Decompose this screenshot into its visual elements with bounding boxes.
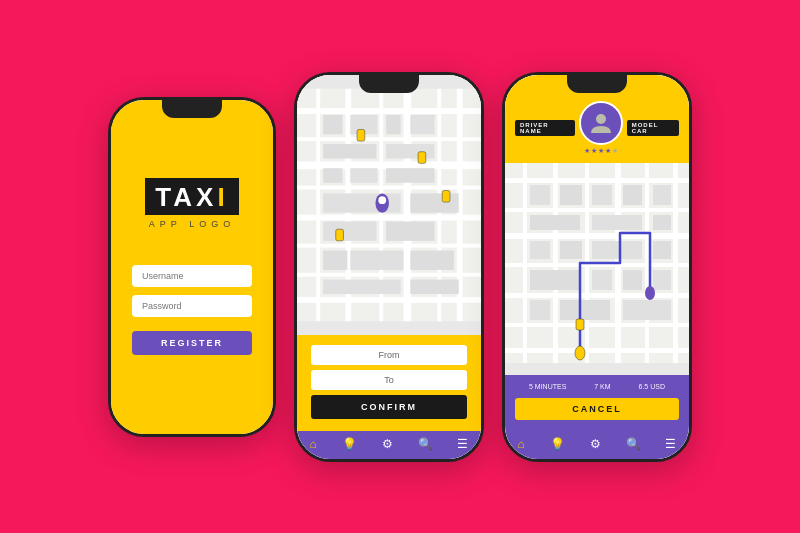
- svg-rect-68: [623, 270, 642, 290]
- map-screen: From To CONFIRM ⌂ 💡 ⚙ 🔍 ☰: [297, 75, 481, 459]
- svg-rect-27: [386, 221, 434, 240]
- driver-header: DRIVER NAME ★ ★ ★ ★ ★: [505, 75, 689, 163]
- svg-point-34: [378, 196, 386, 204]
- star-2: ★: [591, 147, 597, 155]
- svg-rect-64: [592, 241, 642, 259]
- svg-rect-20: [386, 143, 434, 158]
- svg-rect-46: [505, 323, 689, 327]
- trip-time: 5 MINUTES: [529, 383, 566, 390]
- nav-gear-icon[interactable]: ⚙: [382, 437, 393, 451]
- svg-point-39: [596, 114, 606, 124]
- phone-map: From To CONFIRM ⌂ 💡 ⚙ 🔍 ☰: [294, 72, 484, 462]
- svg-rect-35: [357, 129, 365, 141]
- svg-rect-61: [653, 215, 671, 230]
- driver-avatar: [579, 101, 623, 145]
- svg-rect-31: [323, 279, 400, 294]
- nav-home-icon[interactable]: ⌂: [309, 437, 316, 451]
- model-car-label: MODEL CAR: [627, 120, 679, 136]
- star-3: ★: [598, 147, 604, 155]
- star-1: ★: [584, 147, 590, 155]
- svg-rect-70: [530, 300, 550, 320]
- nav-menu-icon-3[interactable]: ☰: [665, 437, 676, 451]
- star-5: ★: [612, 147, 618, 155]
- trip-cost: 6.5 USD: [639, 383, 665, 390]
- nav-bulb-icon-3[interactable]: 💡: [550, 437, 565, 451]
- svg-rect-55: [560, 185, 582, 205]
- driver-name-label: DRIVER NAME: [515, 120, 575, 136]
- svg-rect-45: [505, 293, 689, 298]
- from-input[interactable]: From: [311, 345, 467, 365]
- svg-rect-75: [576, 319, 584, 330]
- svg-rect-12: [404, 88, 412, 320]
- svg-rect-63: [560, 241, 582, 259]
- svg-rect-56: [592, 185, 612, 205]
- map-area: [297, 75, 481, 335]
- hamburger-icon[interactable]: [108, 124, 259, 437]
- nav-search-icon[interactable]: 🔍: [418, 437, 433, 451]
- svg-rect-17: [386, 114, 401, 133]
- svg-rect-59: [530, 215, 580, 230]
- svg-rect-28: [323, 250, 347, 269]
- svg-rect-29: [350, 250, 403, 269]
- svg-rect-4: [297, 185, 481, 189]
- svg-rect-5: [297, 214, 481, 220]
- nav-gear-icon-3[interactable]: ⚙: [590, 437, 601, 451]
- svg-rect-65: [653, 241, 671, 259]
- svg-rect-6: [297, 243, 481, 247]
- svg-rect-1: [297, 108, 481, 114]
- svg-rect-37: [336, 229, 344, 241]
- svg-rect-66: [530, 270, 580, 290]
- phone-login: TAXI APP LOGO REGISTER: [108, 97, 276, 437]
- svg-rect-67: [592, 270, 612, 290]
- bottom-nav-bar: ⌂ 💡 ⚙ 🔍 ☰: [297, 431, 481, 459]
- svg-rect-23: [386, 168, 434, 183]
- svg-rect-8: [297, 297, 481, 303]
- svg-rect-30: [410, 250, 454, 269]
- to-input[interactable]: To: [311, 370, 467, 390]
- phone-driver: DRIVER NAME ★ ★ ★ ★ ★: [502, 72, 692, 462]
- svg-rect-69: [653, 270, 671, 290]
- svg-rect-36: [418, 151, 426, 163]
- trip-stats: 5 MINUTES 7 KM 6.5 USD: [515, 383, 679, 390]
- nav-home-icon-3[interactable]: ⌂: [517, 437, 524, 451]
- svg-rect-48: [523, 163, 527, 363]
- phones-container: TAXI APP LOGO REGISTER: [108, 72, 692, 462]
- svg-rect-22: [350, 168, 377, 183]
- bottom-nav-bar-3: ⌂ 💡 ⚙ 🔍 ☰: [505, 431, 689, 459]
- svg-rect-7: [297, 272, 481, 276]
- svg-rect-53: [673, 163, 678, 363]
- svg-rect-57: [623, 185, 642, 205]
- star-4: ★: [605, 147, 611, 155]
- svg-rect-3: [297, 161, 481, 169]
- driver-avatar-col: ★ ★ ★ ★ ★: [579, 101, 623, 155]
- nav-bulb-icon[interactable]: 💡: [342, 437, 357, 451]
- svg-point-73: [575, 346, 585, 360]
- stars-row: ★ ★ ★ ★ ★: [584, 147, 618, 155]
- svg-rect-15: [323, 114, 342, 133]
- svg-point-74: [645, 286, 655, 300]
- svg-rect-2: [297, 137, 481, 141]
- trip-info-panel: 5 MINUTES 7 KM 6.5 USD CANCEL: [505, 375, 689, 431]
- svg-rect-71: [560, 300, 610, 320]
- svg-rect-32: [410, 279, 458, 294]
- svg-rect-62: [530, 241, 550, 259]
- svg-rect-42: [505, 208, 689, 212]
- svg-rect-9: [316, 88, 320, 320]
- svg-rect-41: [505, 178, 689, 183]
- route-map: [505, 163, 689, 375]
- svg-rect-52: [645, 163, 649, 363]
- confirm-button[interactable]: CONFIRM: [311, 395, 467, 419]
- nav-search-icon-3[interactable]: 🔍: [626, 437, 641, 451]
- svg-rect-38: [442, 190, 450, 202]
- svg-rect-58: [653, 185, 671, 205]
- svg-rect-43: [505, 233, 689, 239]
- nav-menu-icon[interactable]: ☰: [457, 437, 468, 451]
- booking-panel: From To CONFIRM: [297, 335, 481, 431]
- svg-rect-47: [505, 348, 689, 353]
- driver-screen: DRIVER NAME ★ ★ ★ ★ ★: [505, 75, 689, 459]
- cancel-button[interactable]: CANCEL: [515, 398, 679, 420]
- svg-rect-26: [323, 221, 376, 240]
- svg-rect-72: [623, 300, 671, 320]
- svg-rect-25: [410, 193, 458, 212]
- svg-rect-18: [410, 114, 434, 133]
